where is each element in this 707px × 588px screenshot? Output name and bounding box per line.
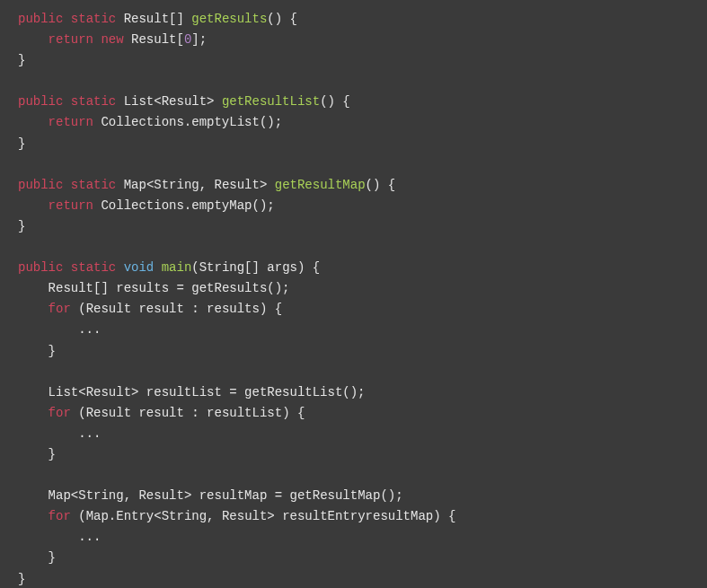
keyword-void: void bbox=[124, 260, 155, 275]
method-getresultmap: getResultMap bbox=[275, 178, 366, 192]
keyword-public: public bbox=[18, 12, 63, 26]
keyword-static: static bbox=[71, 12, 116, 26]
method-getresults: getResults bbox=[191, 12, 267, 26]
method-getresultlist: getResultList bbox=[222, 94, 320, 109]
type-result: Result bbox=[124, 12, 169, 26]
keyword-for: for bbox=[49, 302, 71, 316]
code-block: public static Result[] getResults() { re… bbox=[18, 9, 689, 588]
method-main: main bbox=[162, 260, 192, 275]
keyword-new: new bbox=[101, 32, 123, 47]
ellipsis: ... bbox=[78, 322, 101, 337]
keyword-return: return bbox=[49, 32, 93, 47]
